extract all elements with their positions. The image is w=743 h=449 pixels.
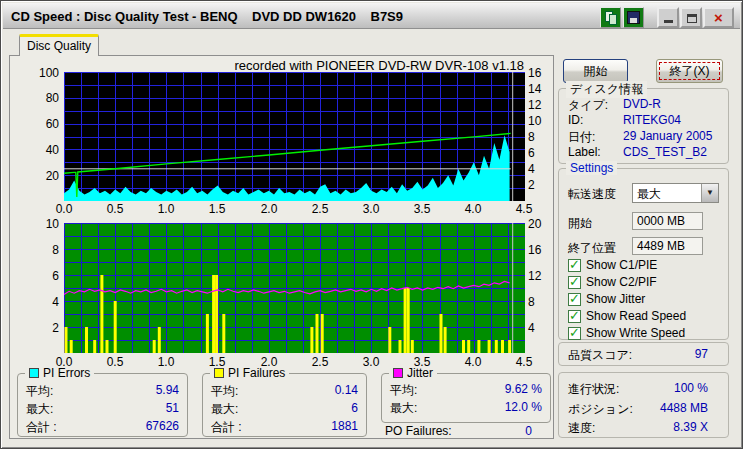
checkbox-label: Show C1/PIE	[586, 258, 657, 272]
max-label: 最大:	[211, 401, 238, 418]
pi-failures-total: 1881	[331, 419, 358, 436]
axis-tick-label: 4	[31, 295, 59, 309]
position-value: 4488 MB	[660, 401, 708, 415]
axis-tick-label: 20	[528, 217, 541, 231]
axis-tick-label: 4.5	[507, 355, 541, 369]
axis-tick-label: 8	[528, 130, 535, 144]
axis-tick-label: 12	[528, 98, 541, 112]
checkbox-show-c1-pie[interactable]: ✓ Show C1/PIE	[568, 258, 657, 272]
axis-tick-label: 6	[528, 146, 535, 160]
jitter-max: 12.0 %	[505, 400, 542, 417]
disc-type-value: DVD-R	[623, 97, 661, 111]
position-label: ポジション:	[568, 401, 633, 418]
axis-tick-label: 14	[528, 82, 541, 96]
disc-id-value: RITEKG04	[623, 113, 681, 127]
checkbox-show-c2-pif[interactable]: ✓ Show C2/PIF	[568, 275, 657, 289]
axis-tick-label: 4.0	[456, 355, 490, 369]
end-position-label: 終了位置	[568, 240, 616, 257]
recorded-with-caption: recorded with PIONEER DVD-RW DVR-108 v1.…	[201, 58, 524, 73]
axis-tick-label: 12	[528, 269, 541, 283]
pi-failures-swatch	[214, 368, 224, 378]
average-label: 平均:	[26, 383, 53, 400]
total-label: 合計 :	[26, 419, 57, 436]
axis-tick-label: 16	[528, 243, 541, 257]
axis-tick-label: 60	[25, 117, 59, 131]
document-icon	[609, 14, 617, 25]
chevron-down-icon[interactable]: ▼	[701, 184, 718, 202]
pi-failures-jitter-chart	[64, 223, 525, 353]
axis-tick-label: 1.0	[149, 202, 183, 216]
po-failures-value: 0	[525, 424, 532, 438]
transfer-speed-label: 転送速度	[568, 186, 616, 203]
pi-errors-chart	[64, 72, 525, 201]
checkbox-icon: ✓	[568, 293, 581, 306]
axis-tick-label: 10	[528, 114, 541, 128]
disc-date-label: 日付:	[568, 129, 595, 146]
start-position-input[interactable]: 0000 MB	[632, 212, 703, 230]
disc-id-label: ID:	[568, 113, 583, 127]
title-bar: CD Speed : Disc Quality Test - BENQ DVD …	[3, 3, 740, 29]
disc-date-value: 29 January 2005	[623, 129, 712, 143]
close-button[interactable]: ×	[703, 7, 734, 28]
disc-info-title: ディスク情報	[566, 81, 647, 98]
axis-tick-label: 16	[528, 66, 541, 80]
speed-value: 8.39 X	[673, 420, 708, 434]
disc-info-group: ディスク情報 タイプ: DVD-R ID: RITEKG04 日付: 29 Ja…	[558, 88, 729, 164]
checkbox-show-jitter[interactable]: ✓ Show Jitter	[568, 292, 645, 306]
quality-score-value: 97	[695, 347, 708, 361]
exit-button[interactable]: 終了(X)	[656, 59, 723, 83]
end-position-input[interactable]: 4489 MB	[632, 237, 703, 255]
axis-tick-label: 3.0	[354, 202, 388, 216]
save-icon[interactable]	[623, 7, 644, 28]
axis-tick-label: 4	[528, 162, 535, 176]
axis-tick-label: 1.5	[200, 202, 234, 216]
checkbox-icon: ✓	[568, 276, 581, 289]
axis-tick-label: 1.5	[200, 355, 234, 369]
axis-tick-label: 2.5	[303, 355, 337, 369]
start-button[interactable]: 開始	[563, 59, 628, 83]
transfer-speed-select[interactable]: 最大 ▼	[632, 183, 719, 203]
pi-errors-average: 5.94	[156, 383, 179, 400]
disc-label-label: Label:	[568, 145, 601, 159]
checkbox-label: Show C2/PIF	[586, 275, 657, 289]
axis-tick-label: 2	[528, 178, 535, 192]
check-icon: ✓	[569, 257, 580, 272]
app-window: CD Speed : Disc Quality Test - BENQ DVD …	[0, 0, 743, 449]
close-icon: ×	[714, 9, 723, 26]
axis-tick-label: 8	[528, 295, 535, 309]
tab-disc-quality[interactable]: Disc Quality	[19, 34, 99, 56]
jitter-average: 9.62 %	[505, 382, 542, 399]
po-failures-row: PO Failures: 0	[385, 424, 532, 438]
axis-tick-label: 0.5	[98, 355, 132, 369]
checkbox-show-write-speed[interactable]: ✓ Show Write Speed	[568, 326, 685, 340]
minimize-button[interactable]	[657, 7, 679, 28]
progress-group: 進行状況: 100 % ポジション: 4488 MB 速度: 8.39 X	[558, 372, 729, 438]
checkbox-label: Show Write Speed	[586, 326, 685, 340]
total-label: 合計 :	[211, 419, 242, 436]
copy-icon[interactable]	[600, 7, 621, 28]
axis-tick-label: 4	[528, 321, 535, 335]
check-icon: ✓	[569, 274, 580, 289]
axis-tick-label: 3.5	[405, 355, 439, 369]
pi-errors-swatch	[29, 368, 39, 378]
checkbox-label: Show Read Speed	[586, 309, 686, 323]
axis-tick-label: 10	[31, 217, 59, 231]
check-icon: ✓	[569, 325, 580, 340]
axis-tick-label: 0.0	[47, 202, 81, 216]
max-label: 最大:	[26, 401, 53, 418]
axis-tick-label: 4.5	[507, 202, 541, 216]
checkbox-show-read-speed[interactable]: ✓ Show Read Speed	[568, 309, 686, 323]
maximize-button[interactable]	[680, 7, 702, 28]
quality-score-group: 品質スコア: 97	[558, 342, 729, 366]
axis-tick-label: 0.0	[47, 355, 81, 369]
axis-tick-label: 2.0	[252, 202, 286, 216]
average-label: 平均:	[211, 383, 238, 400]
settings-title: Settings	[566, 161, 617, 175]
start-position-label: 開始	[568, 215, 592, 232]
transfer-speed-value: 最大	[637, 186, 661, 203]
pi-failures-max: 6	[351, 401, 358, 418]
axis-tick-label: 20	[25, 169, 59, 183]
axis-tick-label: 40	[25, 143, 59, 157]
axis-tick-label: 80	[25, 91, 59, 105]
pi-errors-max: 51	[166, 401, 179, 418]
